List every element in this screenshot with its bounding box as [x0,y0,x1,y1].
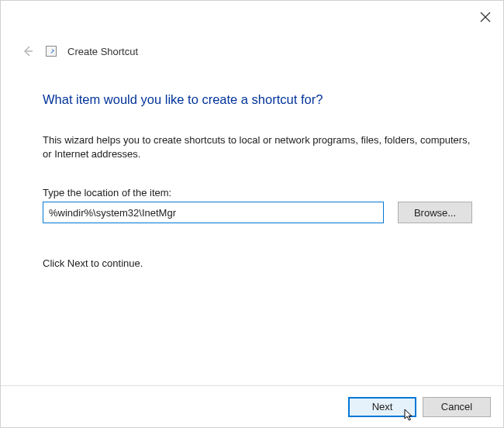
wizard-description: This wizard helps you to create shortcut… [43,133,472,160]
location-input-label: Type the location of the item: [43,187,472,198]
close-icon [480,12,491,22]
header-row: Create Shortcut [21,44,138,58]
shortcut-wizard-icon [46,46,57,57]
back-arrow-icon [22,45,34,57]
cancel-button[interactable]: Cancel [423,397,491,417]
page-heading: What item would you like to create a sho… [43,92,472,107]
footer: Next Cancel [1,385,503,427]
back-button[interactable] [21,44,35,58]
browse-button[interactable]: Browse... [398,202,472,223]
close-button[interactable] [480,12,492,24]
input-row: Browse... [43,202,472,223]
continue-instruction: Click Next to continue. [43,257,472,269]
location-input[interactable] [43,202,384,223]
content-area: What item would you like to create a sho… [43,92,472,269]
next-button[interactable]: Next [348,397,416,417]
wizard-title: Create Shortcut [67,46,138,57]
titlebar [1,1,503,32]
